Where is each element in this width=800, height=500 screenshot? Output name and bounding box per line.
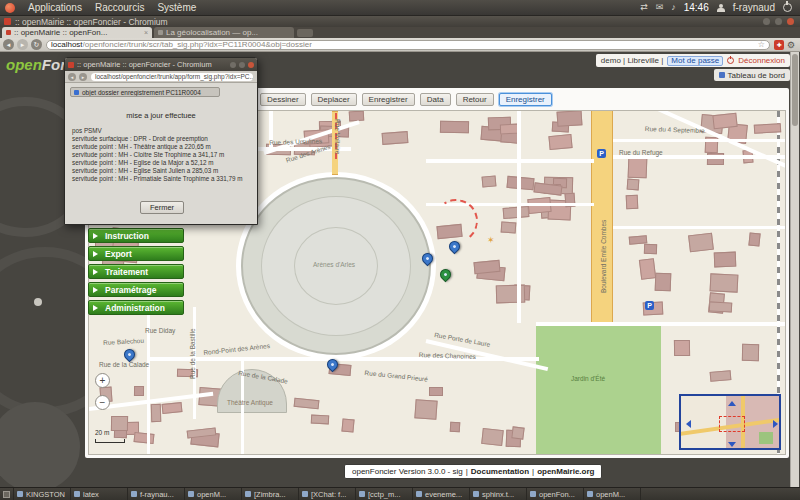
servitude-list: pos PSMVservitude surfacique : DPR - Dro… [72,127,242,183]
servitude-line: servitude point : MH - Eglise de la Majo… [72,159,242,167]
taskbar-window-button[interactable]: latex [71,488,128,500]
close-icon[interactable] [787,18,794,25]
taskbar-window-button[interactable]: f-raynau... [128,488,185,500]
taskbar: KINGSTON latex f-raynau... openM... [Zim… [0,487,800,500]
footer-documentation-link[interactable]: Documentation [471,467,529,476]
maximize-icon[interactable] [775,18,782,25]
distro-logo-icon[interactable] [5,3,15,13]
toolbar-button[interactable]: Data [420,93,451,106]
overview-minimap[interactable] [679,394,781,450]
street-label: Rue du Refuge [619,149,663,156]
popup-content: objet dossier enregistrement PC11R0004 m… [65,83,257,224]
taskbar-window-button[interactable]: openM... [584,488,641,500]
user-menu[interactable]: f-raynaud [733,2,775,13]
power-icon[interactable] [783,3,792,12]
task-list: KINGSTON latex f-raynau... openM... [Zim… [14,488,641,500]
minimize-icon[interactable] [763,18,770,25]
address-bar: ◂ ▸ ↻ localhost /openfoncier/trunk/scr/t… [0,38,800,52]
settings-gear-icon[interactable]: ⚙ [787,40,795,50]
volume-icon[interactable]: ♪ [671,3,676,12]
window-icon [74,491,80,497]
password-link[interactable]: Mot de passe [667,56,723,66]
pan-left-icon[interactable] [682,420,691,428]
maximize-icon[interactable] [239,62,245,68]
minimize-icon[interactable] [230,62,236,68]
map-marker-pin[interactable] [122,347,138,363]
zoom-in-button[interactable]: + [95,373,110,388]
url-field[interactable]: localhost /openfoncier/trunk/scr/tab_sig… [46,40,770,50]
session-bar: demo | Libreville | Mot de passe Déconne… [596,54,790,67]
back-button[interactable]: ◂ [3,39,14,50]
building-footprint [709,301,733,313]
reload-button[interactable]: ↻ [31,39,42,50]
building-footprint [688,233,714,253]
toolbar-button[interactable]: Deplacer [311,93,357,106]
app-footer: openFoncier Version 3.0.0 - sig | Docume… [344,464,602,479]
mail-icon[interactable]: ✉ [656,3,664,12]
user-icon [717,4,725,12]
toolbar-button[interactable]: Retour [456,93,494,106]
pan-right-icon[interactable] [773,420,781,428]
popup-url-field[interactable]: localhost/openfoncier/trunk/app/form_sig… [91,73,253,81]
dashboard-link[interactable]: Tableau de bord [714,69,790,81]
system-menu[interactable]: Système [157,2,196,13]
taskbar-window-button[interactable]: [cctp_m... [356,488,413,500]
pan-up-icon[interactable] [728,397,736,406]
building-footprint [548,134,573,150]
toolbar-button[interactable]: Enregistrer [362,93,415,106]
forward-icon[interactable]: ▸ [79,73,87,81]
menu-arrow-icon [93,269,101,275]
street-label: Rue Diday [145,327,175,334]
footer-site-link[interactable]: openMairie.org [537,467,594,476]
show-desktop-button[interactable] [0,488,14,500]
menu-item[interactable]: Paramétrage [88,282,184,297]
tab-close-icon[interactable]: × [144,29,148,36]
back-icon[interactable]: ◂ [68,73,76,81]
street-label: Rue de la Calade [99,361,149,368]
building-footprint [311,414,330,423]
clock[interactable]: 14:46 [684,2,709,13]
page-scrollbar-thumb[interactable] [792,54,798,126]
close-button[interactable]: Fermer [140,201,184,214]
new-tab-button[interactable] [297,29,313,37]
places-menu[interactable]: Raccourcis [95,2,144,13]
minimap-extent-box[interactable] [719,416,745,432]
menu-arrow-icon [93,287,101,293]
toolbar-button[interactable]: Dessiner [260,93,306,106]
menu-item[interactable]: Instruction [88,228,184,243]
close-icon[interactable] [248,62,254,68]
applications-menu[interactable]: Applications [28,2,82,13]
taskbar-window-button[interactable]: KINGSTON [14,488,71,500]
menu-item[interactable]: Administration [88,300,184,315]
tab-geolocalisation[interactable]: La géolocalisation — op... [154,27,294,38]
street-label: Rond-Point des Arènes [203,342,270,356]
window-titlebar[interactable]: :: openMairie :: openFoncier - Chromium [0,16,800,27]
pan-down-icon[interactable] [728,442,736,450]
extension-icon[interactable]: ✚ [774,40,784,50]
menu-item[interactable]: Export [88,246,184,261]
network-icon[interactable]: ⇄ [640,3,648,12]
taskbar-window-button[interactable]: openFon... [527,488,584,500]
building-footprint [293,398,319,410]
building-footprint [714,252,737,268]
tab-openfoncier[interactable]: :: openMairie :: openFon... × [2,27,152,38]
taskbar-window-button[interactable]: eveneme... [413,488,470,500]
popup-titlebar[interactable]: :: openMairie :: openFoncier - Chromium [65,58,257,71]
map-marker-pin[interactable] [438,267,454,283]
taskbar-window-button[interactable]: [Zimbra... [242,488,299,500]
toolbar-button[interactable]: Enregistrer [499,93,552,106]
zoom-out-button[interactable]: − [95,395,110,410]
taskbar-window-button[interactable]: openM... [185,488,242,500]
popup-window[interactable]: :: openMairie :: openFoncier - Chromium … [64,57,258,225]
bookmark-star-icon[interactable]: ☆ [758,40,765,49]
footer-separator: | [532,467,534,476]
street-road [613,139,786,142]
taskbar-window-button[interactable]: [XChat: f... [299,488,356,500]
logout-link[interactable]: Déconnexion [738,56,785,65]
servitude-line: servitude point : MH - Théâtre antique a… [72,143,242,151]
forward-button[interactable]: ▸ [17,39,28,50]
taskbar-window-button[interactable]: sphinx.t... [470,488,527,500]
building-footprint [674,340,690,356]
menu-item[interactable]: Traitement [88,264,184,279]
taskbar-window-label: openM... [197,490,226,499]
